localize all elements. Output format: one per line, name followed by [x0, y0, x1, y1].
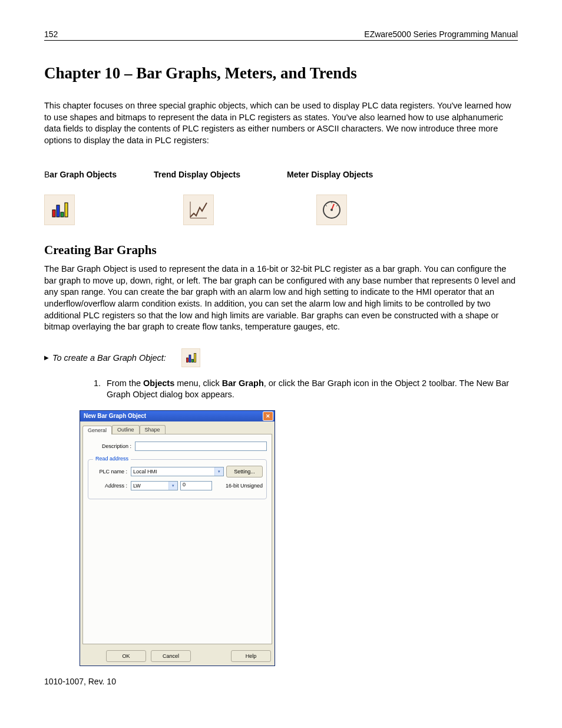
setting-button[interactable]: Setting...	[226, 466, 263, 477]
svg-rect-2	[61, 212, 64, 217]
object-types-row: Bar Graph Objects Trend Display Objects	[44, 170, 518, 225]
bar-graph-icon	[44, 195, 75, 225]
svg-rect-14	[191, 359, 193, 362]
chevron-down-icon[interactable]: ▾	[214, 467, 223, 476]
svg-rect-3	[65, 203, 68, 217]
bar-graph-label: Bar Graph Objects	[44, 170, 154, 179]
read-address-group: Read address PLC name : Local HMI ▾ Sett…	[88, 459, 267, 499]
ok-button[interactable]: OK	[106, 650, 146, 662]
triangle-icon: ▶	[44, 354, 49, 361]
svg-rect-12	[186, 358, 188, 363]
dialog-tabs: General Outline Shape	[82, 425, 272, 434]
procedure-heading: ▶ To create a Bar Graph Object:	[44, 348, 518, 367]
read-address-legend: Read address	[93, 456, 131, 462]
svg-rect-13	[189, 355, 191, 363]
description-input[interactable]	[135, 442, 267, 451]
page-number: 152	[44, 29, 58, 39]
svg-rect-1	[57, 205, 59, 217]
svg-rect-15	[194, 353, 196, 362]
plc-name-label: PLC name :	[92, 469, 131, 475]
data-type-text: 16-bit Unsigned	[226, 483, 263, 489]
section-paragraph: The Bar Graph Object is used to represen…	[44, 263, 518, 332]
svg-point-8	[330, 209, 333, 211]
description-label: Description :	[88, 443, 135, 449]
intro-paragraph: This chapter focuses on three special gr…	[44, 100, 518, 146]
dialog-titlebar[interactable]: New Bar Graph Object ✕	[80, 411, 275, 421]
tab-outline[interactable]: Outline	[112, 425, 140, 434]
svg-line-10	[326, 205, 327, 206]
svg-rect-0	[52, 210, 55, 217]
procedure-label: To create a Bar Graph Object:	[52, 353, 166, 363]
step-list: From the Objects menu, click Bar Graph, …	[80, 378, 518, 401]
step-1: From the Objects menu, click Bar Graph, …	[103, 378, 518, 401]
new-bar-graph-dialog: New Bar Graph Object ✕ General Outline S…	[80, 410, 275, 666]
address-value-input[interactable]: 0	[180, 481, 212, 490]
footer-revision: 1010-1007, Rev. 10	[44, 677, 518, 686]
chapter-title: Chapter 10 – Bar Graphs, Meters, and Tre…	[44, 64, 518, 83]
bar-graph-icon-small	[181, 348, 200, 367]
trend-display-label: Trend Display Objects	[154, 170, 287, 179]
tab-shape[interactable]: Shape	[140, 425, 166, 434]
help-button[interactable]: Help	[231, 650, 271, 662]
close-icon[interactable]: ✕	[263, 411, 273, 421]
address-type-select[interactable]: LW ▾	[131, 481, 178, 490]
page-header: 152 EZware5000 Series Programming Manual	[44, 29, 518, 41]
tab-content-general: Description : Read address PLC name : Lo…	[82, 434, 272, 644]
plc-name-select[interactable]: Local HMI ▾	[131, 467, 224, 476]
dialog-button-row: OK Cancel Help	[80, 647, 275, 666]
dialog-title: New Bar Graph Object	[84, 413, 146, 419]
address-label: Address :	[92, 483, 131, 489]
doc-title: EZware5000 Series Programming Manual	[364, 29, 518, 39]
section-title: Creating Bar Graphs	[44, 243, 518, 258]
svg-line-11	[336, 205, 338, 206]
cancel-button[interactable]: Cancel	[151, 650, 191, 662]
chevron-down-icon[interactable]: ▾	[168, 482, 177, 490]
meter-display-icon	[316, 195, 347, 225]
tab-general[interactable]: General	[82, 426, 112, 434]
meter-display-label: Meter Display Objects	[287, 170, 422, 179]
trend-display-icon	[183, 195, 214, 225]
